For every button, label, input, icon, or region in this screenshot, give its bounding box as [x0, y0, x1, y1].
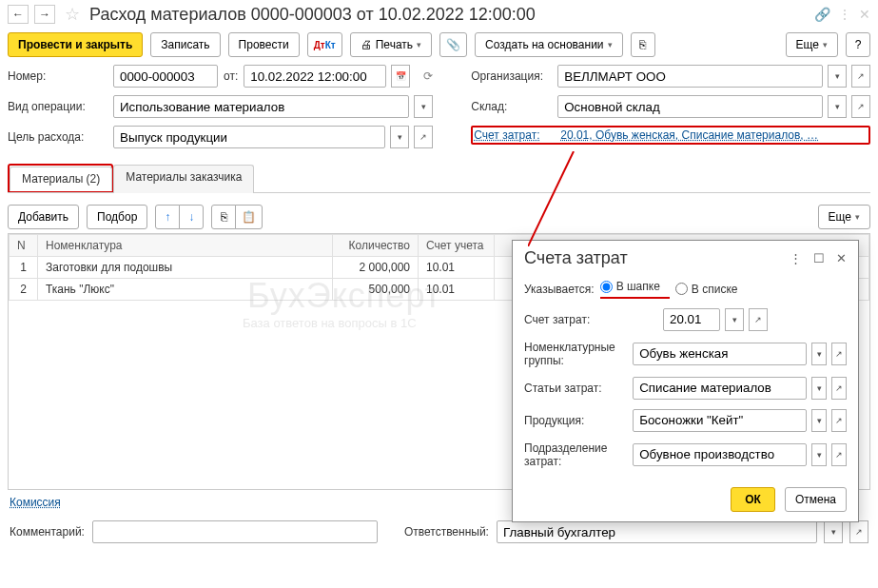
- arrow-down-icon: ↓: [188, 210, 194, 224]
- radio-in-header[interactable]: В шапке: [600, 280, 660, 293]
- col-n: N: [10, 235, 38, 257]
- popup-product-open-icon[interactable]: ↗: [831, 409, 847, 432]
- popup-nomgroup-open-icon[interactable]: ↗: [831, 343, 847, 365]
- commission-link[interactable]: Комиссия: [10, 496, 61, 509]
- paste-icon: 📋: [242, 210, 256, 224]
- op-type-label: Вид операции:: [8, 100, 107, 113]
- cost-account-link[interactable]: 20.01, Обувь женская, Списание материало…: [560, 128, 868, 142]
- radio-in-list[interactable]: В списке: [675, 283, 738, 296]
- window-title: Расход материалов 0000-000003 от 10.02.2…: [89, 5, 809, 25]
- cost-accounts-popup: Счета затрат ⋮ ☐ ✕ Указывается: В шапке …: [512, 240, 859, 522]
- popup-close-icon[interactable]: ✕: [836, 251, 847, 265]
- favorite-star-icon[interactable]: ☆: [65, 4, 80, 25]
- print-icon: 🖨: [361, 38, 372, 51]
- popup-division-input[interactable]: [633, 443, 807, 466]
- more-title-icon[interactable]: ⋮: [838, 7, 851, 22]
- paperclip-icon: 📎: [446, 38, 460, 51]
- responsible-open-icon[interactable]: ↗: [849, 520, 868, 543]
- post-button[interactable]: Провести: [228, 32, 300, 57]
- popup-cancel-button[interactable]: Отмена: [785, 487, 847, 512]
- popup-product-label: Продукция:: [524, 414, 627, 427]
- org-label: Организация:: [471, 69, 552, 83]
- popup-costitem-label: Статьи затрат:: [524, 382, 627, 395]
- table-more-button[interactable]: Еще: [818, 205, 870, 229]
- attachments-button[interactable]: 📎: [439, 32, 467, 57]
- create-based-on-button[interactable]: Создать на основании: [475, 32, 623, 57]
- add-row-button[interactable]: Добавить: [8, 205, 79, 229]
- nav-back-button[interactable]: ←: [8, 5, 29, 24]
- close-window-icon[interactable]: ✕: [859, 7, 870, 22]
- refresh-icon[interactable]: ⟳: [423, 69, 433, 83]
- nav-forward-button[interactable]: →: [34, 5, 55, 24]
- col-item: Номенклатура: [38, 235, 333, 257]
- dtkt-icon: ДтКт: [314, 40, 336, 50]
- specify-label: Указывается:: [524, 283, 595, 296]
- org-dropdown[interactable]: ▾: [828, 65, 847, 88]
- warehouse-open-icon[interactable]: ↗: [851, 95, 870, 118]
- popup-product-dropdown[interactable]: ▾: [811, 409, 827, 432]
- warehouse-dropdown[interactable]: ▾: [828, 95, 847, 118]
- popup-account-label: Счет затрат:: [524, 313, 657, 326]
- comment-input[interactable]: [92, 520, 378, 543]
- related-icon: ⎘: [639, 38, 646, 51]
- popup-costitem-open-icon[interactable]: ↗: [831, 377, 847, 400]
- post-and-close-button[interactable]: Провести и закрыть: [8, 32, 143, 57]
- responsible-label: Ответственный:: [404, 525, 489, 539]
- number-input[interactable]: [113, 65, 218, 88]
- popup-maximize-icon[interactable]: ☐: [813, 251, 825, 265]
- warehouse-label: Склад:: [471, 100, 552, 113]
- tab-materials[interactable]: Материалы (2): [10, 167, 112, 191]
- arrow-up-icon: ↑: [165, 210, 170, 224]
- popup-division-open-icon[interactable]: ↗: [831, 443, 847, 466]
- popup-division-dropdown[interactable]: ▾: [811, 443, 827, 466]
- help-button[interactable]: ?: [846, 32, 870, 57]
- popup-nomgroup-label: Номенклатурные группы:: [524, 341, 627, 367]
- popup-account-open-icon[interactable]: ↗: [749, 308, 768, 331]
- warehouse-input[interactable]: [557, 95, 823, 118]
- number-label: Номер:: [8, 69, 107, 83]
- pick-button[interactable]: Подбор: [87, 205, 147, 229]
- popup-account-input[interactable]: [663, 308, 720, 331]
- responsible-input[interactable]: [497, 520, 817, 543]
- popup-product-input[interactable]: [633, 409, 807, 432]
- popup-costitem-dropdown[interactable]: ▾: [811, 377, 827, 400]
- popup-division-label: Подразделение затрат:: [524, 441, 627, 468]
- popup-nomgroup-input[interactable]: [633, 343, 807, 365]
- col-acc: Счет учета: [419, 235, 495, 257]
- copy-icon: ⎘: [221, 210, 227, 224]
- copy-button[interactable]: ⎘: [211, 205, 236, 229]
- tab-customer-materials[interactable]: Материалы заказчика: [113, 165, 254, 193]
- col-qty: Количество: [333, 235, 419, 257]
- dtkt-button[interactable]: ДтКт: [307, 32, 342, 57]
- popup-nomgroup-dropdown[interactable]: ▾: [811, 343, 827, 365]
- purpose-dropdown[interactable]: ▾: [390, 126, 409, 148]
- responsible-dropdown[interactable]: ▾: [824, 520, 843, 543]
- date-input[interactable]: [244, 65, 386, 88]
- purpose-input[interactable]: [113, 126, 385, 148]
- move-up-button[interactable]: ↑: [155, 205, 180, 229]
- op-type-dropdown[interactable]: ▾: [414, 95, 433, 118]
- org-input[interactable]: [557, 65, 823, 88]
- op-type-input[interactable]: [113, 95, 409, 118]
- org-open-icon[interactable]: ↗: [851, 65, 870, 88]
- purpose-label: Цель расхода:: [8, 130, 107, 144]
- move-down-button[interactable]: ↓: [179, 205, 204, 229]
- popup-kebab-icon[interactable]: ⋮: [790, 251, 802, 265]
- cost-account-label-link[interactable]: Счет затрат:: [474, 128, 555, 142]
- date-label: от:: [224, 69, 238, 83]
- related-button[interactable]: ⎘: [631, 32, 655, 57]
- popup-title: Счета затрат: [524, 248, 778, 268]
- purpose-open-icon[interactable]: ↗: [414, 126, 433, 148]
- popup-costitem-input[interactable]: [633, 377, 807, 400]
- more-button[interactable]: Еще: [786, 32, 838, 57]
- save-button[interactable]: Записать: [150, 32, 220, 57]
- paste-button[interactable]: 📋: [235, 205, 263, 229]
- link-icon[interactable]: 🔗: [814, 7, 830, 22]
- calendar-icon[interactable]: 📅: [391, 65, 410, 88]
- print-button[interactable]: 🖨 Печать: [350, 32, 432, 57]
- popup-account-dropdown[interactable]: ▾: [725, 308, 744, 331]
- popup-ok-button[interactable]: ОК: [731, 487, 775, 512]
- comment-label: Комментарий:: [10, 525, 85, 539]
